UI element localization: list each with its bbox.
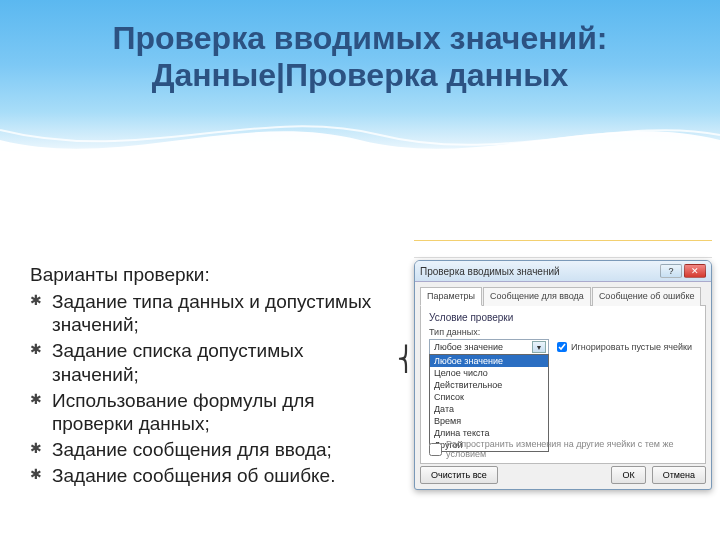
intro-text: Варианты проверки: <box>30 264 390 286</box>
option-date[interactable]: Дата <box>430 403 548 415</box>
type-value: Любое значение <box>434 342 503 352</box>
ok-button[interactable]: ОК <box>611 466 645 484</box>
dialog-footer: Очистить все ОК Отмена <box>420 466 706 484</box>
type-dropdown-list[interactable]: Любое значение Целое число Действительно… <box>429 354 549 452</box>
dialog-titlebar[interactable]: Проверка вводимых значений ? ✕ <box>415 261 711 282</box>
option-decimal[interactable]: Действительное <box>430 379 548 391</box>
option-textlength[interactable]: Длина текста <box>430 427 548 439</box>
tab-error-message[interactable]: Сообщение об ошибке <box>592 287 702 306</box>
close-button[interactable]: ✕ <box>684 264 706 278</box>
ignore-blank-input[interactable] <box>557 342 567 352</box>
tab-input-message[interactable]: Сообщение для ввода <box>483 287 591 306</box>
dialog-title: Проверка вводимых значений <box>420 266 560 277</box>
list-item: Использование формулы для проверки данны… <box>30 389 390 437</box>
spread-label: Распространить изменения на другие ячейк… <box>446 439 711 459</box>
dialog-tabs: Параметры Сообщение для ввода Сообщение … <box>420 286 706 306</box>
tab-parameters[interactable]: Параметры <box>420 287 482 306</box>
title-line-2: Данные|Проверка данных <box>152 57 569 93</box>
slide-body: Варианты проверки: Задание типа данных и… <box>0 94 420 488</box>
data-validation-dialog: Проверка вводимых значений ? ✕ Параметры… <box>414 260 712 490</box>
option-list[interactable]: Список <box>430 391 548 403</box>
slide-title: Проверка вводимых значений: Данные|Прове… <box>0 0 720 94</box>
chevron-down-icon: ▼ <box>532 341 546 353</box>
group-label: Условие проверки <box>429 312 697 323</box>
option-time[interactable]: Время <box>430 415 548 427</box>
window-controls: ? ✕ <box>660 264 706 278</box>
list-item: Задание сообщения для ввода; <box>30 438 390 462</box>
ignore-blank-label: Игнорировать пустые ячейки <box>571 342 692 352</box>
brace-decor: ⎨ <box>397 345 415 373</box>
bullet-list: Задание типа данных и допустимых значени… <box>30 290 390 488</box>
spread-changes-checkbox[interactable]: Распространить изменения на другие ячейк… <box>429 439 711 459</box>
type-label: Тип данных: <box>429 327 697 337</box>
spreadsheet-strip <box>414 240 712 258</box>
list-item: Задание списка допустимых значений; <box>30 339 390 387</box>
type-combobox[interactable]: Любое значение ▼ <box>429 339 549 355</box>
clear-all-button[interactable]: Очистить все <box>420 466 498 484</box>
list-item: Задание сообщения об ошибке. <box>30 464 390 488</box>
spread-input[interactable] <box>429 443 442 456</box>
option-integer[interactable]: Целое число <box>430 367 548 379</box>
help-button[interactable]: ? <box>660 264 682 278</box>
title-line-1: Проверка вводимых значений: <box>112 20 607 56</box>
option-any[interactable]: Любое значение <box>430 355 548 367</box>
cancel-button[interactable]: Отмена <box>652 466 706 484</box>
ignore-blank-checkbox[interactable]: Игнорировать пустые ячейки <box>557 342 692 352</box>
list-item: Задание типа данных и допустимых значени… <box>30 290 390 338</box>
